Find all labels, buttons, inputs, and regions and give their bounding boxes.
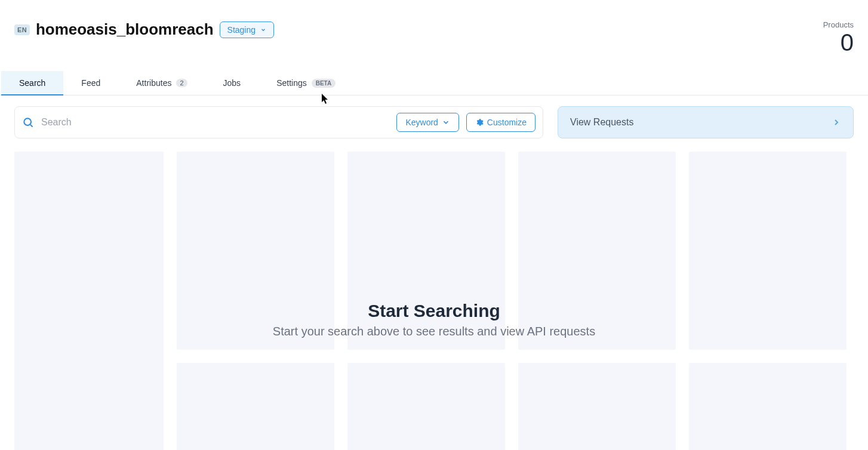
placeholder-column — [689, 152, 847, 450]
header: EN homeoasis_bloomreach Staging Products… — [0, 0, 868, 56]
tab-settings[interactable]: Settings BETA — [258, 71, 353, 95]
tab-label: Settings — [276, 78, 307, 88]
placeholder-card — [689, 363, 847, 450]
view-requests-label: View Requests — [570, 117, 633, 128]
placeholder-column — [518, 152, 676, 450]
tabs: Search Feed Attributes 2 Jobs Settings B… — [0, 71, 868, 95]
placeholder-card — [689, 152, 847, 350]
environment-selector[interactable]: Staging — [220, 21, 274, 38]
placeholder-card — [177, 152, 334, 350]
chevron-right-icon — [832, 118, 841, 127]
customize-label: Customize — [487, 118, 527, 127]
header-left: EN homeoasis_bloomreach Staging — [14, 20, 274, 39]
tab-label: Feed — [81, 78, 100, 88]
header-right: Products 0 — [823, 20, 854, 56]
tab-jobs[interactable]: Jobs — [205, 71, 259, 95]
svg-line-1 — [30, 125, 33, 127]
chevron-down-icon — [260, 27, 266, 33]
search-row: Keyword Customize View Requests — [0, 95, 868, 138]
placeholder-card — [518, 152, 676, 350]
placeholder-card — [347, 152, 505, 350]
placeholder-column — [14, 152, 164, 450]
tab-label: Search — [19, 78, 45, 88]
view-requests-panel[interactable]: View Requests — [558, 106, 854, 138]
svg-point-0 — [24, 118, 31, 125]
products-count-label: Products — [823, 20, 854, 29]
results-area: Start Searching Start your search above … — [0, 152, 868, 450]
placeholder-column — [177, 152, 334, 450]
tab-label: Attributes — [136, 78, 171, 88]
tab-search[interactable]: Search — [1, 71, 63, 95]
placeholder-grid — [0, 152, 868, 450]
beta-badge: BETA — [312, 79, 335, 88]
gear-icon — [475, 118, 484, 127]
keyword-dropdown[interactable]: Keyword — [396, 113, 458, 132]
placeholder-card — [518, 363, 676, 450]
placeholder-column — [347, 152, 505, 450]
search-box: Keyword Customize — [14, 106, 543, 138]
environment-label: Staging — [227, 25, 256, 35]
placeholder-card — [347, 363, 505, 450]
products-count-value: 0 — [823, 29, 854, 56]
keyword-label: Keyword — [405, 118, 438, 127]
tab-count-badge: 2 — [176, 79, 187, 87]
search-input[interactable] — [41, 117, 389, 128]
tab-attributes[interactable]: Attributes 2 — [118, 71, 205, 95]
search-icon — [22, 116, 34, 128]
language-badge[interactable]: EN — [14, 24, 30, 35]
placeholder-card — [177, 363, 334, 450]
chevron-down-icon — [442, 118, 450, 127]
customize-button[interactable]: Customize — [466, 113, 535, 132]
app-title: homeoasis_bloomreach — [36, 20, 214, 39]
tab-label: Jobs — [223, 78, 241, 88]
placeholder-card — [14, 152, 164, 450]
tab-feed[interactable]: Feed — [63, 71, 118, 95]
